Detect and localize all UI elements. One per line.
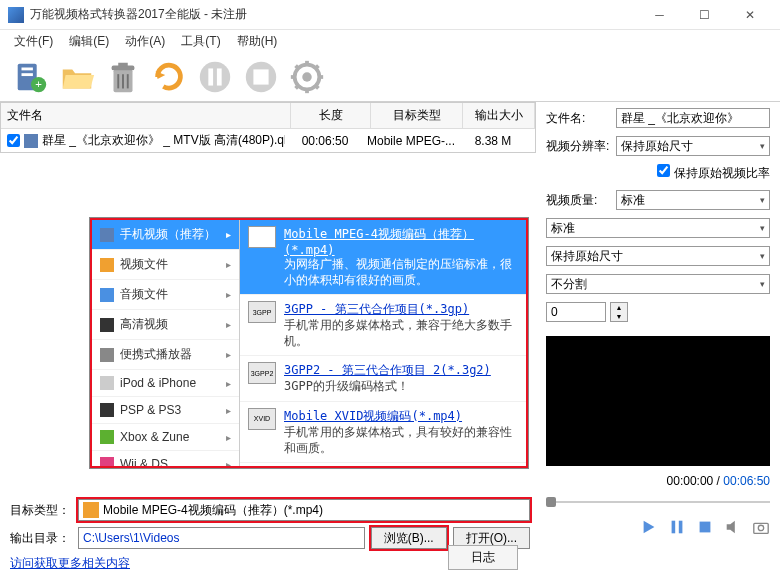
category-icon (100, 258, 114, 272)
category-label: Wii & DS (120, 457, 168, 466)
category-item[interactable]: Xbox & Zune▸ (92, 424, 239, 451)
format-title: 3GPP2 - 第三代合作项目 2(*.3g2) (284, 362, 518, 379)
menubar: 文件(F) 编辑(E) 动作(A) 工具(T) 帮助(H) (0, 30, 780, 52)
snapshot-icon[interactable] (752, 518, 770, 536)
svg-rect-2 (22, 73, 33, 76)
output-dir-field[interactable]: C:\Users\1\Videos (78, 527, 365, 549)
svg-text:+: + (35, 78, 42, 90)
log-button[interactable]: 日志 (448, 545, 518, 570)
svg-line-23 (315, 84, 319, 88)
settings-button[interactable] (286, 56, 328, 98)
category-item[interactable]: 高清视频▸ (92, 310, 239, 340)
category-item[interactable]: 手机视频（推荐）▸ (92, 220, 239, 250)
format-description: 为网络广播、视频通信制定的压缩标准，很小的体积却有很好的画质。 (284, 257, 518, 288)
pause-icon[interactable] (668, 518, 686, 536)
category-icon (100, 348, 114, 362)
minimize-button[interactable]: ─ (637, 0, 682, 30)
svg-point-11 (200, 61, 230, 91)
file-icon (24, 134, 38, 148)
chevron-down-icon: ▾ (760, 223, 765, 233)
file-size: 8.38 M (457, 134, 529, 148)
target-type-field[interactable]: Mobile MPEG-4视频编码（推荐）(*.mp4) (78, 499, 530, 521)
svg-line-25 (296, 84, 300, 88)
app-icon (8, 7, 24, 23)
play-icon[interactable] (640, 518, 658, 536)
delete-button[interactable] (102, 56, 144, 98)
format-item[interactable]: 3GPP23GPP2 - 第三代合作项目 2(*.3g2)3GPP的升级编码格式… (240, 356, 526, 402)
format-description: 手机常用的多媒体格式，具有较好的兼容性和画质。 (284, 425, 518, 456)
close-button[interactable]: ✕ (727, 0, 772, 30)
menu-help[interactable]: 帮助(H) (231, 31, 284, 52)
menu-file[interactable]: 文件(F) (8, 31, 59, 52)
format-item[interactable]: 3GPP3GPP - 第三代合作项目(*.3gp)手机常用的多媒体格式，兼容于绝… (240, 295, 526, 356)
maximize-button[interactable]: ☐ (682, 0, 727, 30)
col-target[interactable]: 目标类型 (371, 103, 463, 128)
svg-rect-13 (217, 68, 222, 85)
chevron-right-icon: ▸ (226, 349, 231, 360)
svg-rect-26 (672, 521, 676, 534)
chevron-right-icon: ▸ (226, 459, 231, 467)
number-input[interactable] (546, 302, 606, 322)
file-target: Mobile MPEG-... (365, 134, 457, 148)
category-item[interactable]: 便携式播放器▸ (92, 340, 239, 370)
format-icon (83, 502, 99, 518)
category-item[interactable]: PSP & PS3▸ (92, 397, 239, 424)
audio-quality-select[interactable]: 标准▾ (546, 218, 770, 238)
browse-button[interactable]: 浏览(B)... (371, 527, 447, 549)
file-checkbox[interactable] (7, 134, 20, 147)
menu-tools[interactable]: 工具(T) (175, 31, 226, 52)
chevron-down-icon: ▾ (760, 195, 765, 205)
format-item[interactable]: MP4Mobile MPEG-4视频编码（推荐）(*.mp4)为网络广播、视频通… (240, 220, 526, 295)
category-list: 手机视频（推荐）▸视频文件▸音频文件▸高清视频▸便携式播放器▸iPod & iP… (92, 220, 240, 466)
category-item[interactable]: iPod & iPhone▸ (92, 370, 239, 397)
quality-label: 视频质量: (546, 192, 610, 209)
titlebar: 万能视频格式转换器2017全能版 - 未注册 ─ ☐ ✕ (0, 0, 780, 30)
category-label: PSP & PS3 (120, 403, 181, 417)
chevron-right-icon: ▸ (226, 319, 231, 330)
chevron-down-icon: ▾ (760, 251, 765, 261)
file-list: 文件名 长度 目标类型 输出大小 群星 _《北京欢迎你》 _ MTV版 高清(4… (0, 102, 536, 153)
number-spinner[interactable]: ▲▼ (610, 302, 628, 322)
file-row[interactable]: 群星 _《北京欢迎你》 _ MTV版 高清(480P).qlv 00:06:50… (1, 129, 535, 152)
filename-field[interactable]: 群星 _《北京欢迎你》 (616, 108, 770, 128)
category-icon (100, 457, 114, 466)
category-icon (100, 228, 114, 242)
open-folder-button[interactable] (56, 56, 98, 98)
add-file-button[interactable]: + (10, 56, 52, 98)
video-preview (546, 336, 770, 466)
col-length[interactable]: 长度 (291, 103, 371, 128)
time-display: 00:00:00 / 00:06:50 (546, 474, 770, 488)
menu-edit[interactable]: 编辑(E) (63, 31, 115, 52)
chevron-down-icon: ▾ (760, 279, 765, 289)
split-select[interactable]: 不分割▾ (546, 274, 770, 294)
resolution-label: 视频分辨率: (546, 138, 610, 155)
format-title: Mobile MPEG-4视频编码（推荐）(*.mp4) (284, 226, 518, 257)
chevron-right-icon: ▸ (226, 405, 231, 416)
resolution-select[interactable]: 保持原始尺寸▾ (616, 136, 770, 156)
volume-icon[interactable] (724, 518, 742, 536)
chevron-right-icon: ▸ (226, 289, 231, 300)
svg-rect-15 (253, 69, 268, 84)
category-item[interactable]: 视频文件▸ (92, 250, 239, 280)
format-icon: MP4 (248, 226, 276, 248)
col-size[interactable]: 输出大小 (463, 103, 535, 128)
stop-icon[interactable] (696, 518, 714, 536)
format-list: MP4Mobile MPEG-4视频编码（推荐）(*.mp4)为网络广播、视频通… (240, 220, 526, 466)
format-title: 3GPP - 第三代合作项目(*.3gp) (284, 301, 518, 318)
col-filename[interactable]: 文件名 (1, 103, 291, 128)
category-item[interactable]: 音频文件▸ (92, 280, 239, 310)
menu-action[interactable]: 动作(A) (119, 31, 171, 52)
category-item[interactable]: Wii & DS▸ (92, 451, 239, 466)
size-select[interactable]: 保持原始尺寸▾ (546, 246, 770, 266)
pause-button[interactable] (194, 56, 236, 98)
convert-button[interactable] (148, 56, 190, 98)
seek-slider[interactable] (546, 496, 770, 508)
stop-button[interactable] (240, 56, 282, 98)
chevron-right-icon: ▸ (226, 432, 231, 443)
keep-ratio-checkbox[interactable]: 保持原始视频比率 (657, 164, 770, 182)
category-icon (100, 318, 114, 332)
quality-select[interactable]: 标准▾ (616, 190, 770, 210)
category-icon (100, 403, 114, 417)
format-item[interactable]: XVIDMobile XVID视频编码(*.mp4)手机常用的多媒体格式，具有较… (240, 402, 526, 463)
format-item[interactable]: MP4Mobile H.264视频编码(*.mp4)为网络广播、视频通信制定的压… (240, 463, 526, 466)
